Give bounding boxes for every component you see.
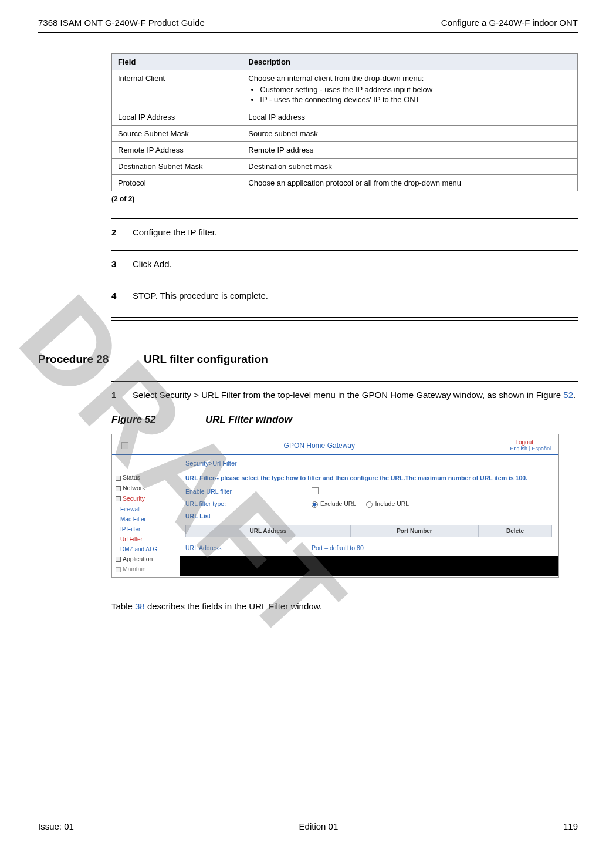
sidebar-item-maintain[interactable]: Maintain: [116, 564, 177, 575]
redacted-bar: [180, 556, 558, 576]
cell-field: Protocol: [112, 175, 242, 191]
procedure-step: 4 STOP. This procedure is complete.: [111, 291, 578, 301]
sidebar-item-mac-filter[interactable]: Mac Filter: [116, 514, 177, 524]
sidebar-item-url-filter[interactable]: Url Filter: [116, 534, 177, 544]
cell-field: Destination Subnet Mask: [112, 159, 242, 175]
col-delete: Delete: [479, 525, 552, 537]
table-reference[interactable]: 38: [135, 601, 145, 611]
footer-page-number: 119: [563, 821, 578, 831]
table-row: Protocol Choose an application protocol …: [112, 175, 578, 191]
step-text: Configure the IP filter.: [133, 227, 578, 237]
url-list-section-title: URL List: [185, 513, 552, 521]
col-port-number: Port Number: [350, 525, 478, 537]
url-filter-type-row: URL filter type: Exclude URL Include URL: [185, 500, 552, 508]
step-number: 3: [111, 259, 133, 269]
procedure-end-separator: [111, 317, 578, 321]
cell-desc: Choose an internal client from the drop-…: [242, 70, 578, 109]
step-number: 2: [111, 227, 133, 237]
ss-titlebar: GPON Home Gateway Logout English | Españ…: [112, 434, 558, 455]
figure-title-text: URL Filter window: [205, 414, 292, 426]
step-separator: [111, 282, 578, 282]
sidebar-item-network[interactable]: Network: [116, 483, 177, 494]
sidebar-item-status[interactable]: Status: [116, 473, 177, 483]
cell-field: Internal Client: [112, 70, 242, 109]
page-footer: Issue: 01 Edition 01 119: [38, 821, 578, 831]
procedure-title: URL filter configuration: [144, 353, 268, 366]
ss-main-panel: Security>Url Filter URL Filter-- please …: [180, 455, 558, 577]
page-header: 7368 ISAM ONT G-240W-F Product Guide Con…: [38, 18, 578, 28]
procedure-step: 2 Configure the IP filter.: [111, 227, 578, 237]
cell-desc: Source subnet mask: [242, 126, 578, 142]
step-separator: [111, 381, 578, 382]
table-reference-text: Table 38 describes the fields in the URL…: [111, 601, 578, 611]
procedure-heading: Procedure 28 URL filter configuration: [38, 353, 578, 366]
ss-app-title: GPON Home Gateway: [128, 441, 510, 450]
procedure-step: 1 Select Security > URL Filter from the …: [111, 390, 578, 400]
procedure-label: Procedure 28: [38, 353, 144, 366]
table-header-description: Description: [242, 54, 578, 70]
table-footer: (2 of 2): [111, 195, 578, 203]
sidebar-item-dmz-alg[interactable]: DMZ and ALG: [116, 544, 177, 554]
url-filter-type-label: URL filter type:: [185, 500, 312, 507]
logout-link[interactable]: Logout: [515, 439, 533, 446]
footer-edition: Edition 01: [299, 821, 339, 831]
header-rule: [38, 32, 578, 33]
table-row: Local IP Address Local IP address: [112, 109, 578, 126]
cell-bullet: IP - uses the connecting devices' IP to …: [260, 95, 571, 104]
cell-field: Local IP Address: [112, 109, 242, 126]
cell-bullet: Customer setting - uses the IP address i…: [260, 85, 571, 94]
cell-desc-intro: Choose an internal client from the drop-…: [248, 74, 424, 83]
figure-reference[interactable]: 52: [563, 390, 573, 400]
ss-sidebar: Status Network Security Firewall Mac Fil…: [112, 455, 180, 577]
sidebar-item-security[interactable]: Security: [116, 494, 177, 504]
figure-label: Figure 52: [111, 414, 205, 426]
cell-field: Remote IP Address: [112, 142, 242, 159]
step-separator: [111, 218, 578, 219]
figure-caption: Figure 52 URL Filter window: [111, 414, 578, 426]
include-url-radio[interactable]: [366, 501, 373, 508]
enable-url-filter-checkbox[interactable]: [312, 487, 319, 494]
add-url-row: URL Address Port – default to 80: [185, 544, 552, 551]
url-filter-screenshot: GPON Home Gateway Logout English | Españ…: [111, 434, 559, 578]
sidebar-item-firewall[interactable]: Firewall: [116, 504, 177, 514]
cell-desc: Destination subnet mask: [242, 159, 578, 175]
step-text: Click Add.: [133, 259, 578, 269]
header-left: 7368 ISAM ONT G-240W-F Product Guide: [38, 18, 205, 28]
cell-desc: Local IP address: [242, 109, 578, 126]
panel-subtitle: URL Filter-- please select the type how …: [185, 474, 552, 481]
url-address-label: URL Address: [185, 544, 312, 551]
footer-issue: Issue: 01: [38, 821, 74, 831]
port-default-label: Port – default to 80: [312, 544, 364, 551]
table-row: Internal Client Choose an internal clien…: [112, 70, 578, 109]
step-number: 4: [111, 291, 133, 301]
table-header-field: Field: [112, 54, 242, 70]
cell-field: Source Subnet Mask: [112, 126, 242, 142]
table-row: Remote IP Address Remote IP address: [112, 142, 578, 159]
window-control-icon: [121, 442, 128, 449]
exclude-url-radio[interactable]: [312, 501, 318, 508]
sidebar-item-application[interactable]: Application: [116, 554, 177, 565]
table-row: Source Subnet Mask Source subnet mask: [112, 126, 578, 142]
sidebar-item-ip-filter[interactable]: IP Filter: [116, 524, 177, 534]
step-text: Select Security > URL Filter from the to…: [133, 390, 578, 400]
step-separator: [111, 250, 578, 251]
enable-url-filter-row: Enable URL filter: [185, 487, 552, 496]
breadcrumb: Security>Url Filter: [185, 460, 552, 467]
cell-desc: Choose an application protocol or all fr…: [242, 175, 578, 191]
field-description-table: Field Description Internal Client Choose…: [111, 53, 578, 191]
table-row: Destination Subnet Mask Destination subn…: [112, 159, 578, 175]
url-list-table: URL Address Port Number Delete: [185, 525, 552, 537]
header-right: Configure a G-240W-F indoor ONT: [441, 18, 578, 28]
procedure-step: 3 Click Add.: [111, 259, 578, 269]
include-url-label: Include URL: [375, 500, 409, 507]
language-links[interactable]: English | Español: [510, 446, 551, 451]
cell-desc: Remote IP address: [242, 142, 578, 159]
col-url-address: URL Address: [186, 525, 351, 537]
step-text: STOP. This procedure is complete.: [133, 291, 578, 301]
enable-url-filter-label: Enable URL filter: [185, 488, 312, 495]
step-number: 1: [111, 390, 133, 400]
exclude-url-label: Exclude URL: [320, 500, 356, 507]
